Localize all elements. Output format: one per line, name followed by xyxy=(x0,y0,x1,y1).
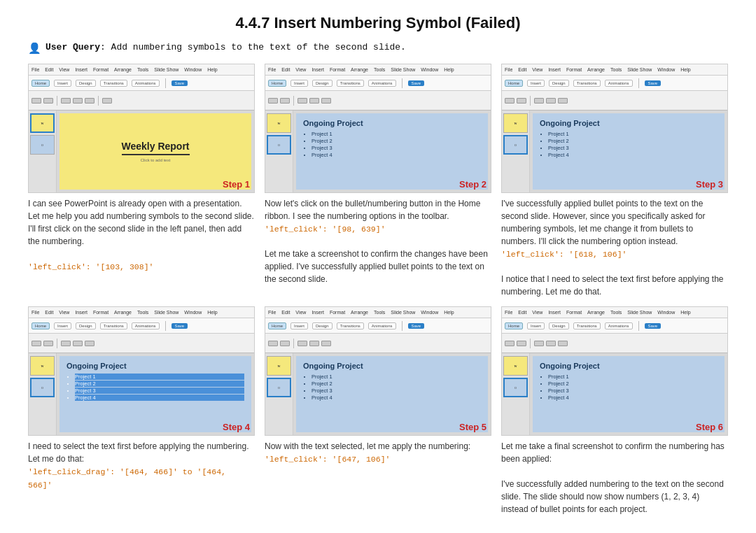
step-6-desc: Let me take a final screenshot to confir… xyxy=(501,440,728,516)
slide-weekly-subtitle: Click to add text xyxy=(141,158,171,162)
ppt-sidebar-5: W O xyxy=(265,353,293,435)
slide-thumb-3-1[interactable]: W xyxy=(503,113,528,133)
step-4-desc: I need to select the text first before a… xyxy=(28,440,255,491)
slide-thumb-4-1[interactable]: W xyxy=(30,356,55,376)
slide-ongoing-title-3: Ongoing Project xyxy=(540,119,718,127)
ppt-menubar-6: FileEditViewInsertFormatArrangeToolsSlid… xyxy=(502,307,727,318)
ppt-sidebar-4: W O xyxy=(29,353,57,435)
step-3-screenshot: FileEditViewInsertFormatArrangeToolsSlid… xyxy=(501,64,728,193)
slide-thumb-1-1[interactable]: W xyxy=(30,113,55,133)
ppt-statusbar-5: Slide 2 of 2 Outline Drawing Multilevel … xyxy=(265,435,491,436)
slide-thumb-6-2[interactable]: O xyxy=(503,378,528,397)
slide-ongoing-title-4: Ongoing Project xyxy=(66,362,244,370)
ppt-statusbar-2: Slide 2 of 2 Outline Drawing Multilevel … xyxy=(265,192,491,193)
slide-thumb-3-2[interactable]: O xyxy=(503,135,528,155)
step-6-block: FileEditViewInsertFormatArrangeToolsSlid… xyxy=(501,306,728,516)
slide-ongoing-title-2: Ongoing Project xyxy=(303,119,481,127)
step-1-desc: I can see PowerPoint is already open wit… xyxy=(28,197,255,273)
step-3-desc: I've successfully applied bullet points … xyxy=(501,197,728,298)
slide-ongoing-list-3: Project 1 Project 2 Project 3 Project 4 xyxy=(540,131,718,159)
ppt-menubar-4: FileEditViewInsertFormatArrangeToolsSlid… xyxy=(29,307,254,318)
slide-ongoing-6: Ongoing Project Project 1 Project 2 Proj… xyxy=(533,356,724,432)
slide-thumb-2-1[interactable]: W xyxy=(267,113,291,133)
ppt-menubar-3: FileEditViewInsertFormatArrangeToolsSlid… xyxy=(502,64,727,76)
ppt-toolbar-6 xyxy=(502,334,727,353)
slide-ongoing-title-5: Ongoing Project xyxy=(303,362,481,370)
ppt-toolbar-1 xyxy=(29,91,254,111)
ppt-sidebar-1: W O xyxy=(29,111,57,192)
step-6-screenshot: FileEditViewInsertFormatArrangeToolsSlid… xyxy=(501,306,728,436)
slide-thumb-5-2[interactable]: O xyxy=(267,378,291,397)
slide-ongoing-list-2: Project 1 Project 2 Project 3 Project 4 xyxy=(303,131,481,159)
ppt-ribbon-2: Home Insert Design Transitions Animation… xyxy=(265,76,491,91)
slide-ongoing-title-6: Ongoing Project xyxy=(540,362,718,370)
step-4-screenshot: FileEditViewInsertFormatArrangeToolsSlid… xyxy=(28,306,255,436)
step-2-label: Step 2 xyxy=(459,179,486,190)
step-2-screenshot: FileEditViewInsertFormatArrangeToolsSlid… xyxy=(265,64,491,193)
step-6-label: Step 6 xyxy=(696,422,723,432)
user-query-text: User Query: Add numbering symbols to the… xyxy=(46,42,406,52)
user-query-bar: 👤 User Query: Add numbering symbols to t… xyxy=(28,42,728,55)
slide-ongoing-list-6: Project 1 Project 2 Project 3 Project 4 xyxy=(540,374,718,401)
step-1-screenshot: FileEditViewInsertFormatArrangeToolsSlid… xyxy=(28,64,255,193)
ppt-sidebar-6: W O xyxy=(502,353,530,435)
steps-grid: FileEditViewInsertFormatArrangeToolsSlid… xyxy=(28,64,728,516)
slide-ongoing-5: Ongoing Project Project 1 Project 2 Proj… xyxy=(296,356,488,432)
slide-ongoing-4: Ongoing Project Project 1 Project 2 Proj… xyxy=(59,356,251,432)
ppt-main-2: W O Ongoing Project Project 1 Project 2 … xyxy=(265,111,491,192)
ppt-ribbon-6: Home Insert Design Transitions Animation… xyxy=(502,318,727,334)
step-5-screenshot: FileEditViewInsertFormatArrangeToolsSlid… xyxy=(265,306,491,436)
page-title: 4.4.7 Insert Numbering Symbol (Failed) xyxy=(28,14,728,32)
step-5-label: Step 5 xyxy=(459,422,486,432)
step-2-block: FileEditViewInsertFormatArrangeToolsSlid… xyxy=(265,64,491,298)
ppt-toolbar-2 xyxy=(265,91,491,111)
slide-ongoing-list-5: Project 1 Project 2 Project 3 Project 4 xyxy=(303,374,481,401)
slide-thumb-5-1[interactable]: W xyxy=(267,356,291,376)
ppt-statusbar-3: Slide 2 of 2 Outline Drawing Multilevel … xyxy=(502,192,727,193)
step-1-label: Step 1 xyxy=(223,179,250,190)
ppt-ribbon-5: Home Insert Design Transitions Animation… xyxy=(265,318,491,334)
step-1-block: FileEditViewInsertFormatArrangeToolsSlid… xyxy=(28,64,255,298)
slide-thumb-6-1[interactable]: W xyxy=(503,356,528,376)
ppt-ribbon-3: Home Insert Design Transitions Animation… xyxy=(502,76,727,91)
ppt-statusbar-1: Slide 1 of 2 Outline Drawing Multilevel … xyxy=(29,192,254,193)
slide-thumb-2-2[interactable]: O xyxy=(267,135,291,155)
ppt-main-4: W O Ongoing Project Project 1 Project 2 … xyxy=(29,353,254,435)
slide-ongoing-3: Ongoing Project Project 1 Project 2 Proj… xyxy=(533,113,724,190)
ppt-ribbon-4: Home Insert Design Transitions Animation… xyxy=(29,318,254,334)
step-3-block: FileEditViewInsertFormatArrangeToolsSlid… xyxy=(501,64,728,298)
slide-ongoing-2: Ongoing Project Project 1 Project 2 Proj… xyxy=(296,113,488,190)
slide-weekly-1: Weekly Report Click to add text xyxy=(59,113,251,190)
ppt-sidebar-3: W O xyxy=(502,111,530,192)
step-4-label: Step 4 xyxy=(223,422,250,432)
ppt-menubar-1: FileEditViewInsertFormatArrangeToolsSlid… xyxy=(29,64,254,76)
ppt-toolbar-3 xyxy=(502,91,727,111)
ppt-toolbar-4 xyxy=(29,334,254,353)
step-5-desc: Now with the text selected, let me apply… xyxy=(265,440,491,465)
ppt-main-1: W O Weekly Report Click to add text xyxy=(29,111,254,192)
ppt-ribbon-1: Home Insert Design Transitions Animation… xyxy=(29,76,254,91)
ppt-menubar-5: FileEditViewInsertFormatArrangeToolsSlid… xyxy=(265,307,491,318)
ppt-sidebar-2: W O xyxy=(265,111,293,192)
step-5-block: FileEditViewInsertFormatArrangeToolsSlid… xyxy=(265,306,491,516)
step-4-block: FileEditViewInsertFormatArrangeToolsSlid… xyxy=(28,306,255,516)
step-2-desc: Now let's click on the bullet/numbering … xyxy=(265,197,491,285)
ppt-main-6: W O Ongoing Project Project 1 Project 2 … xyxy=(502,353,727,435)
step-3-label: Step 3 xyxy=(696,179,723,190)
slide-thumb-1-2[interactable]: O xyxy=(30,135,55,155)
ppt-menubar-2: FileEditViewInsertFormatArrangeToolsSlid… xyxy=(265,64,491,76)
user-icon: 👤 xyxy=(28,42,41,55)
ppt-main-3: W O Ongoing Project Project 1 Project 2 … xyxy=(502,111,727,192)
slide-thumb-4-2[interactable]: O xyxy=(30,378,55,397)
ppt-statusbar-6: Slide 2 of 2 Outline Drawing Multilevel … xyxy=(502,435,727,436)
ppt-main-5: W O Ongoing Project Project 1 Project 2 … xyxy=(265,353,491,435)
ppt-toolbar-5 xyxy=(265,334,491,353)
ppt-statusbar-4: Slide 2 of 2 Outline Drawing Multilevel … xyxy=(29,435,254,436)
slide-weekly-title: Weekly Report xyxy=(122,141,190,155)
slide-ongoing-list-4: Project 1 Project 2 Project 3 Project 4 xyxy=(66,374,244,401)
